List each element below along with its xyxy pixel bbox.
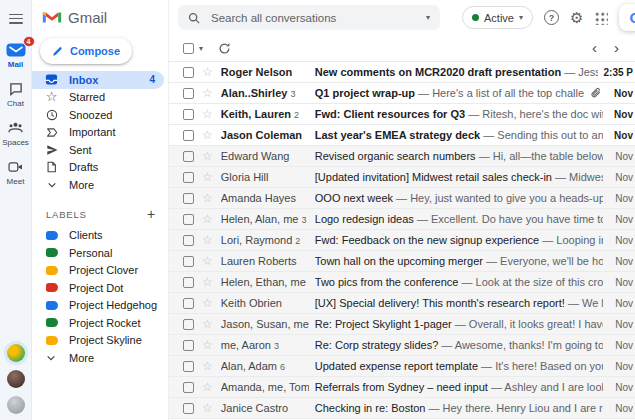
- sidebar-item-sent[interactable]: Sent: [32, 141, 164, 159]
- star-icon[interactable]: ☆: [202, 234, 213, 246]
- conversation-row[interactable]: ☆me, Aaron3Re: Corp strategy slides? — A…: [169, 335, 635, 356]
- sidebar-item-important[interactable]: Important: [32, 124, 164, 142]
- google-account-card[interactable]: Goo: [619, 4, 635, 31]
- select-all-checkbox[interactable]: [183, 43, 194, 54]
- search-options-caret-icon[interactable]: ▾: [426, 13, 430, 22]
- search-bar[interactable]: ▾: [178, 5, 440, 30]
- conversation-row[interactable]: ☆Jason, Susan, me4Re: Project Skylight 1…: [169, 314, 635, 335]
- star-icon[interactable]: ☆: [202, 255, 213, 267]
- row-date: Nov: [609, 193, 635, 204]
- star-icon[interactable]: ☆: [202, 318, 213, 330]
- star-icon[interactable]: ☆: [202, 192, 213, 204]
- row-checkbox[interactable]: [183, 382, 194, 393]
- row-checkbox[interactable]: [183, 256, 194, 267]
- compose-button[interactable]: Compose: [40, 38, 132, 64]
- sidebar-item-snoozed[interactable]: Snoozed: [32, 106, 164, 124]
- row-checkbox[interactable]: [183, 88, 194, 99]
- label-item[interactable]: Project Dot: [32, 279, 168, 297]
- conversation-row[interactable]: ☆Lauren RobertsTown hall on the upcoming…: [169, 251, 635, 272]
- conversation-row[interactable]: ☆Helen, Alan, me3Logo redesign ideas — E…: [169, 209, 635, 230]
- star-icon[interactable]: ☆: [202, 276, 213, 288]
- conversation-row[interactable]: ☆Keith Obrien[UX] Special delivery! This…: [169, 293, 635, 314]
- conversation-row[interactable]: ☆Keith, Lauren2Fwd: Client resources for…: [169, 104, 635, 125]
- rail-item-meet[interactable]: Meet: [4, 159, 28, 186]
- star-icon[interactable]: ☆: [202, 297, 213, 309]
- sidebar-item-drafts[interactable]: Drafts: [32, 159, 164, 177]
- conversation-row[interactable]: ☆Jason ColemanLast year's EMEA strategy …: [169, 125, 635, 146]
- label-item[interactable]: Project Hedgehog: [32, 297, 168, 315]
- star-icon[interactable]: ☆: [202, 108, 213, 120]
- conversation-row[interactable]: ☆Amanda, me, Tom3Referrals from Sydney –…: [169, 377, 635, 398]
- older-page-button[interactable]: ›: [608, 41, 625, 55]
- row-checkbox[interactable]: [183, 340, 194, 351]
- sidebar-item-starred[interactable]: ☆Starred: [32, 89, 164, 107]
- conversation-row[interactable]: ☆Edward WangRevised organic search numbe…: [169, 146, 635, 167]
- main-menu-button[interactable]: [9, 11, 23, 26]
- row-checkbox[interactable]: [183, 319, 194, 330]
- rail-item-chat[interactable]: Chat: [4, 81, 28, 108]
- avatar[interactable]: [7, 396, 25, 414]
- label-item[interactable]: Project Rocket: [32, 314, 168, 332]
- rail-item-label: Chat: [7, 99, 24, 108]
- label-item[interactable]: Project Skyline: [32, 332, 168, 350]
- star-icon[interactable]: ☆: [202, 381, 213, 393]
- star-icon[interactable]: ☆: [202, 87, 213, 99]
- row-date: Nov: [609, 403, 635, 414]
- label-item[interactable]: Clients: [32, 227, 168, 245]
- star-icon[interactable]: ☆: [202, 339, 213, 351]
- row-checkbox[interactable]: [183, 151, 194, 162]
- star-icon[interactable]: ☆: [202, 129, 213, 141]
- labels-more[interactable]: More: [32, 349, 168, 367]
- conversation-row[interactable]: ☆Helen, Ethan, me5Two pics from the conf…: [169, 272, 635, 293]
- row-checkbox[interactable]: [183, 172, 194, 183]
- sidebar-item-inbox[interactable]: Inbox4: [32, 71, 164, 89]
- select-caret-icon[interactable]: ▾: [199, 44, 203, 53]
- paperclip-icon: [590, 87, 602, 99]
- star-icon[interactable]: ☆: [202, 360, 213, 372]
- star-icon[interactable]: ☆: [202, 150, 213, 162]
- row-checkbox[interactable]: [183, 361, 194, 372]
- conversation-row[interactable]: ☆Alan, Adam6Updated expense report templ…: [169, 356, 635, 377]
- help-button[interactable]: ?: [544, 10, 559, 25]
- row-checkbox[interactable]: [183, 214, 194, 225]
- star-icon[interactable]: ☆: [202, 402, 213, 414]
- newer-page-button[interactable]: ‹: [586, 41, 603, 55]
- conversation-row[interactable]: ☆Janice CastroChecking in re: Boston — H…: [169, 398, 635, 419]
- sidebar-item-more[interactable]: More: [32, 176, 164, 194]
- search-input[interactable]: [209, 11, 417, 25]
- star-icon[interactable]: ☆: [202, 66, 213, 78]
- refresh-button[interactable]: [218, 42, 231, 55]
- label-item[interactable]: Project Clover: [32, 262, 168, 280]
- row-checkbox[interactable]: [183, 130, 194, 141]
- row-checkbox[interactable]: [183, 235, 194, 246]
- google-apps-button[interactable]: [594, 11, 608, 25]
- label-item[interactable]: Personal: [32, 244, 168, 262]
- star-icon[interactable]: ☆: [202, 213, 213, 225]
- conversation-row[interactable]: ☆Amanda HayesOOO next week — Hey, just w…: [169, 188, 635, 209]
- row-snippet: — Overall, it looks great! I have a few …: [455, 318, 603, 330]
- status-selector[interactable]: Active ▾: [462, 6, 533, 29]
- conversation-row[interactable]: ☆Alan..Shirley3Q1 project wrap-up — Here…: [169, 83, 635, 104]
- row-checkbox[interactable]: [183, 193, 194, 204]
- rail-item-spaces[interactable]: Spaces: [2, 120, 29, 147]
- conversation-row[interactable]: ☆Roger NelsonNew comments on MCR2020 dra…: [169, 62, 635, 83]
- avatar[interactable]: [7, 344, 25, 362]
- star-icon[interactable]: ☆: [202, 171, 213, 183]
- conversation-row[interactable]: ☆Gloria Hill[Updated invitation] Midwest…: [169, 167, 635, 188]
- rail-item-mail[interactable]: 4Mail: [4, 42, 28, 69]
- row-checkbox[interactable]: [183, 67, 194, 78]
- create-label-button[interactable]: +: [147, 209, 156, 219]
- chat-icon: [4, 81, 28, 96]
- sidebar-item-count: 4: [149, 74, 155, 85]
- row-checkbox[interactable]: [183, 109, 194, 120]
- avatar[interactable]: [7, 370, 25, 388]
- row-sender: Jason, Susan, me4: [221, 318, 309, 330]
- conversation-row[interactable]: ☆Lori, Raymond2Fwd: Feedback on the new …: [169, 230, 635, 251]
- row-checkbox[interactable]: [183, 403, 194, 414]
- labels-list: ClientsPersonalProject CloverProject Dot…: [32, 227, 168, 367]
- settings-button[interactable]: ⚙: [570, 10, 583, 25]
- row-checkbox[interactable]: [183, 277, 194, 288]
- row-checkbox[interactable]: [183, 298, 194, 309]
- row-subject: Re: Corp strategy slides?: [315, 339, 439, 351]
- labels-more-label: More: [69, 352, 94, 364]
